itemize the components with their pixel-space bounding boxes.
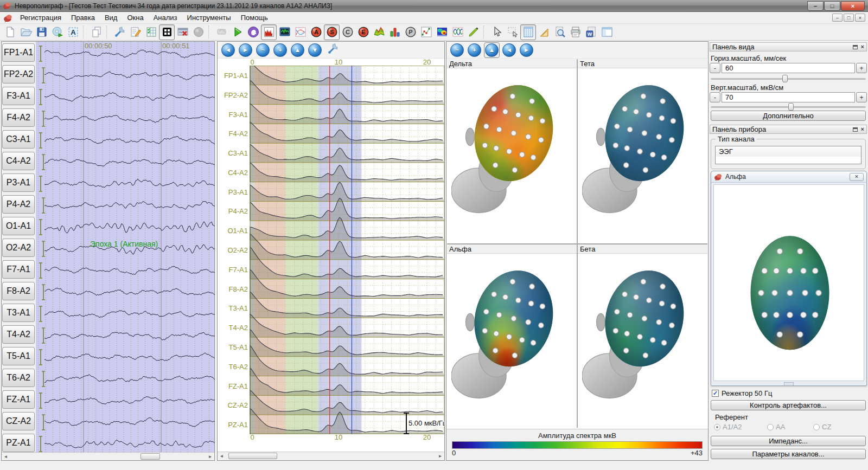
spectrum-scrollbar[interactable]: ◄ ► <box>218 452 444 460</box>
scroll-left-icon[interactable]: ◄ <box>2 453 10 460</box>
topo-nav-zoom-in-button[interactable]: + <box>468 43 481 57</box>
toolbar-signal-monitor-button[interactable] <box>277 24 292 40</box>
spectrum-nav-left-button[interactable]: ◄ <box>221 43 235 57</box>
channel-button-C3-A1[interactable]: C3-A1 <box>2 130 35 149</box>
toolbar-print-button[interactable] <box>567 24 583 40</box>
channel-type-listbox[interactable]: ЭЭГ <box>715 146 861 164</box>
topo-nav-up-button[interactable]: ▲ <box>485 43 499 57</box>
toolbar-tools-button[interactable] <box>112 24 127 40</box>
toolbar-table-grid-button[interactable] <box>520 24 536 40</box>
toolbar-montage-grid-button[interactable] <box>159 24 175 40</box>
toolbar-letter-p-button[interactable]: P <box>403 24 418 40</box>
mdi-restore-button[interactable]: □ <box>844 14 854 22</box>
dock-close-icon[interactable]: × <box>861 44 864 50</box>
toolbar-scatter-chart-button[interactable] <box>418 24 434 40</box>
toolbar-copy-page-button[interactable] <box>88 24 104 40</box>
spectrum-nav-up-button[interactable]: ▲ <box>291 43 304 57</box>
toolbar-close-review-button[interactable] <box>175 24 190 40</box>
hscale-slider[interactable] <box>711 75 866 82</box>
channel-button-F3-A1[interactable]: F3-A1 <box>2 87 35 105</box>
impedance-button[interactable]: Импеданс... <box>711 436 866 446</box>
dock-close-icon[interactable]: × <box>861 126 864 132</box>
spectrum-nav-down-button[interactable]: ▼ <box>308 43 322 57</box>
toolbar-spectrum-histogram-button[interactable] <box>261 24 277 40</box>
toolbar-play-button[interactable] <box>229 24 245 40</box>
toolbar-new-document-button[interactable] <box>2 24 18 40</box>
toolbar-bar-chart-button[interactable] <box>387 24 403 40</box>
mdi-close-button[interactable]: × <box>855 14 865 22</box>
channel-button-P3-A1[interactable]: P3-A1 <box>2 173 35 192</box>
channel-button-T3-A1[interactable]: T3-A1 <box>2 304 35 322</box>
channel-button-F8-A2[interactable]: F8-A2 <box>2 282 35 300</box>
toolbar-letter-e-button[interactable]: E <box>355 24 371 40</box>
spectrum-nav-right-button[interactable]: ► <box>239 43 252 57</box>
vscale-value-field[interactable]: 70 <box>722 92 855 102</box>
hscale-decrease-button[interactable]: - <box>710 63 720 73</box>
channel-button-T5-A1[interactable]: T5-A1 <box>2 347 35 365</box>
menu-item-Вид[interactable]: Вид <box>100 12 123 23</box>
toolbar-select-area-button[interactable]: A <box>65 24 81 40</box>
dock-float-icon[interactable] <box>853 45 858 49</box>
toolbar-letter-a-button[interactable]: A <box>308 24 324 40</box>
toolbar-zoom-page-button[interactable] <box>552 24 567 40</box>
menu-item-Помощь[interactable]: Помощь <box>236 12 273 23</box>
toolbar-table-check-button[interactable] <box>143 24 159 40</box>
toolbar-export-word-button[interactable]: W <box>583 24 599 40</box>
channel-button-PZ-A1[interactable]: PZ-A1 <box>2 434 35 452</box>
scroll-right-icon[interactable]: ► <box>436 452 444 460</box>
toolbar-save-button[interactable] <box>34 24 49 40</box>
menu-item-Окна[interactable]: Окна <box>122 12 148 23</box>
toolbar-topo-map-button[interactable] <box>434 24 450 40</box>
scroll-right-icon[interactable]: ► <box>206 453 214 460</box>
additional-button[interactable]: Дополнительно <box>711 111 866 121</box>
toolbar-open-file-button[interactable] <box>18 24 34 40</box>
eeg-scrollbar[interactable]: ◄ ► <box>2 452 214 460</box>
toolbar-wave-lines-button[interactable] <box>450 24 465 40</box>
toolbar-window-layout-button[interactable] <box>599 24 615 40</box>
hscale-value-field[interactable]: 60 <box>722 63 855 73</box>
topo-nav-left-button[interactable]: ◄ <box>502 43 516 57</box>
toolbar-marker-pen-button[interactable] <box>465 24 481 40</box>
referent-radio-A1/A2[interactable]: A1/A2 <box>714 423 767 431</box>
alpha-close-button[interactable]: ✕ <box>850 173 864 181</box>
alpha-resize-grip[interactable] <box>784 382 794 385</box>
channel-button-FZ-A1[interactable]: FZ-A1 <box>2 390 35 409</box>
eeg-scroll-thumb[interactable] <box>141 453 160 460</box>
channel-button-C4-A2[interactable]: C4-A2 <box>2 152 35 170</box>
toolbar-mesh-3d-button[interactable] <box>371 24 387 40</box>
channel-button-F4-A2[interactable]: F4-A2 <box>2 108 35 127</box>
minimize-button[interactable]: – <box>807 1 824 11</box>
topo-nav-zoom-out-button[interactable]: − <box>450 43 464 57</box>
channel-button-CZ-A2[interactable]: CZ-A2 <box>2 412 35 430</box>
referent-radio-CZ[interactable]: CZ <box>813 423 857 431</box>
topo-nav-right-button[interactable]: ► <box>520 43 533 57</box>
menu-item-Регистрация[interactable]: Регистрация <box>15 12 66 23</box>
spectrum-scroll-thumb[interactable] <box>228 453 277 459</box>
channel-button-P4-A2[interactable]: P4-A2 <box>2 195 35 214</box>
toolbar-record-loop-disabled-button[interactable] <box>214 24 229 40</box>
scroll-left-icon[interactable]: ◄ <box>218 452 226 460</box>
toolbar-cursor-arrow-button[interactable] <box>489 24 505 40</box>
spectrum-plot[interactable]: FP1-A1FP2-A2F3-A1F4-A2C3-A1C4-A2P3-A1P4-… <box>218 66 444 434</box>
channel-button-FP2-A2[interactable]: FP2-A2 <box>2 65 35 83</box>
channel-button-FP1-A1[interactable]: FP1-A1 <box>2 43 35 62</box>
toolbar-curves-chart-button[interactable] <box>292 24 308 40</box>
toolbar-head-analysis-button[interactable] <box>245 24 261 40</box>
toolbar-ruler-button[interactable] <box>536 24 552 40</box>
channel-params-button[interactable]: Параметры каналов... <box>711 449 866 459</box>
channel-button-O1-A1[interactable]: O1-A1 <box>2 217 35 235</box>
dock-float-icon[interactable] <box>853 127 858 132</box>
hscale-increase-button[interactable]: + <box>856 63 867 73</box>
vscale-slider[interactable] <box>711 103 866 111</box>
channel-button-T4-A2[interactable]: T4-A2 <box>2 325 35 344</box>
toolbar-cursor-select-button[interactable] <box>505 24 520 40</box>
spectrum-nav-zoom-in-button[interactable]: + <box>273 43 287 57</box>
spectrum-nav-zoom-out-button[interactable]: − <box>256 43 270 57</box>
menu-item-Анализ[interactable]: Анализ <box>149 12 182 23</box>
menu-item-Правка[interactable]: Правка <box>66 12 100 23</box>
toolbar-camera-disabled-button[interactable] <box>190 24 206 40</box>
channel-button-O2-A2[interactable]: O2-A2 <box>2 239 35 257</box>
notch-filter-checkbox[interactable]: ✓ <box>712 390 719 397</box>
vscale-increase-button[interactable]: + <box>856 92 867 102</box>
menu-item-Инструменты[interactable]: Инструменты <box>182 12 236 23</box>
